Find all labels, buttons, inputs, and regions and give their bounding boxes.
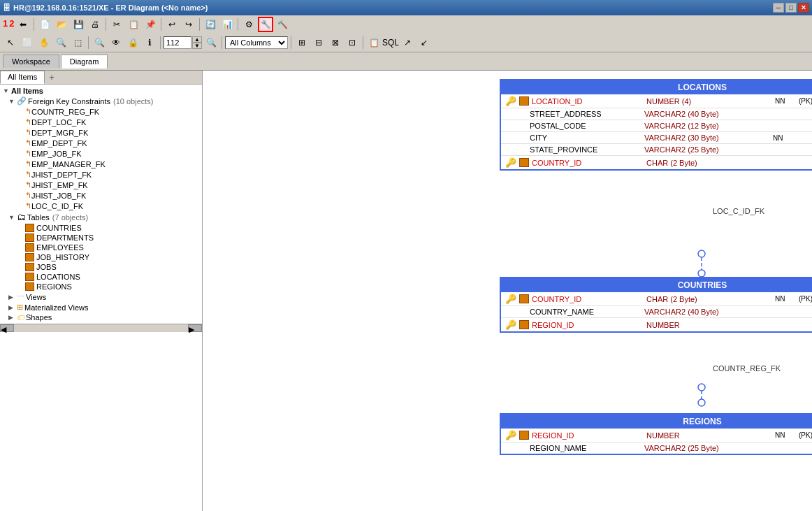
cut-button[interactable]: ✂ [109,17,124,32]
sidebar-item-tables[interactable]: ▼ 🗂 Tables (7 objects) [0,211,202,223]
sidebar-item-jhist-job-fk[interactable]: ↰ JHIST_JOB_FK [0,190,202,201]
sql-button[interactable]: SQL [383,35,398,50]
sidebar-item-regions[interactable]: REGIONS [0,282,202,292]
sidebar-item-dept-mgr-fk[interactable]: ↰ DEPT_MGR_FK [0,127,202,138]
copy-button[interactable]: 📋 [126,17,141,32]
save-button[interactable]: 💾 [71,17,86,32]
sidebar-item-emp-job-fk[interactable]: ↰ EMP_JOB_FK [0,148,202,159]
sidebar-item-emp-dept-fk[interactable]: ↰ EMP_DEPT_FK [0,138,202,148]
col-state-name: STATE_PROVINCE [530,145,641,154]
regions-row-region-id: 🔑 REGION_ID NUMBER NN (PK) (IX1) [501,429,812,442]
fk-item7-label: JHIST_DEPT_FK [31,171,92,179]
locations-row-location-id: 🔑 LOCATION_ID NUMBER (4) NN (PK) (IX3) [501,94,812,108]
tool2-button[interactable]: 🔨 [275,17,290,32]
locations-row-street: STREET_ADDRESS VARCHAR2 (40 Byte) [501,108,812,120]
redo-button[interactable]: ↪ [181,17,196,32]
report-button[interactable]: 📋 [366,35,382,50]
sidebar-item-shapes[interactable]: ▶ 🏷 Shapes [0,312,202,322]
distribute-button[interactable]: ⊠ [328,35,343,50]
zoom-fit[interactable]: 🔍 [203,35,219,50]
fk-item10-label: LOC_C_ID_FK [31,202,83,210]
print-button[interactable]: 🖨 [87,17,103,32]
col-country-id-loc-name: COUNTRY_ID [532,159,644,167]
fk-icon9: ↰ [25,191,31,200]
lock-button[interactable]: 🔒 [125,35,140,50]
open-button[interactable]: 📂 [54,17,69,32]
maximize-button[interactable]: □ [785,3,797,13]
select-tool[interactable]: ⬜ [20,35,35,50]
layout-button[interactable]: ⊡ [345,35,360,50]
er-table-regions: REGIONS 🔑 REGION_ID NUMBER NN (PK) (IX1)… [500,413,812,455]
close-button[interactable]: ✕ [798,3,809,13]
minimize-button[interactable]: ─ [773,3,784,13]
find-button[interactable]: 🔍 [92,35,107,50]
views-icon: ⋯ [17,292,24,301]
fk-item3-label: DEPT_MGR_FK [31,129,88,137]
sidebar-item-loc-c-id-fk[interactable]: ↰ LOC_C_ID_FK [0,201,202,211]
export-button[interactable]: ↗ [400,35,415,50]
col-location-id-nn: NN [775,97,796,105]
sidebar-item-countr-reg-fk[interactable]: ↰ COUNTR_REG_FK [0,106,202,117]
diagram-button[interactable]: 📊 [219,17,235,32]
move-tool[interactable]: ✋ [36,35,52,50]
sidebar-item-countries[interactable]: COUNTRIES [0,223,202,233]
shapes-label: Shapes [26,313,52,322]
sidebar-tab-all-items[interactable]: All Items [0,71,45,84]
sidebar-item-views[interactable]: ▶ ⋯ Views [0,292,202,302]
table-grid-icon-employees [25,243,34,252]
sidebar-scrollbar[interactable]: ◀ ▶ [0,324,202,332]
sidebar-item-dept-loc-fk[interactable]: ↰ DEPT_LOC_FK [0,117,202,127]
sidebar-item-jhist-dept-fk[interactable]: ↰ JHIST_DEPT_FK [0,169,202,180]
zoom-input[interactable] [164,36,191,49]
table-icon-regions-region-id [519,431,529,440]
sidebar-tab-add[interactable]: + [45,71,59,84]
undo-button[interactable]: ↩ [164,17,180,32]
column-filter-select[interactable]: All Columns Key Columns No Columns [225,36,288,49]
scroll-left[interactable]: ◀ [0,324,14,332]
settings-button[interactable]: ⚙ [241,17,256,32]
er-table-countries: COUNTRIES 🔑 COUNTRY_ID CHAR (2 Byte) NN … [500,277,812,333]
back-button[interactable]: ⬅ [15,17,31,32]
sidebar-item-job-history[interactable]: JOB_HISTORY [0,252,202,262]
zoom-down[interactable]: ▼ [192,43,202,49]
lasso-tool[interactable]: ⬚ [70,35,85,50]
sidebar-item-emp-manager-fk[interactable]: ↰ EMP_MANAGER_FK [0,159,202,169]
marker-1: 1 [3,18,8,29]
sep10 [363,36,363,49]
sidebar-item-employees[interactable]: EMPLOYEES [0,243,202,252]
canvas-area[interactable]: LOCATIONS 🔑 LOCATION_ID NUMBER (4) NN (P… [203,71,812,511]
sidebar-item-fk-constraints[interactable]: ▼ 🔗 Foreign Key Constraints (10 objects) [0,96,202,106]
table-icon-region-id [519,320,529,329]
col-location-id-type: NUMBER (4) [646,97,772,106]
info-button[interactable]: ℹ [142,35,157,50]
grid-button[interactable]: ⊞ [294,35,310,50]
sidebar-tree: ▼ All Items ▼ 🔗 Foreign Key Constraints … [0,85,202,324]
align-button[interactable]: ⊟ [311,35,326,50]
zoom-tool[interactable]: 🔍 [53,35,68,50]
col-region-name-name: REGION_NAME [530,444,641,452]
regions-header: REGIONS [501,415,812,429]
pointer-tool[interactable]: ↖ [3,35,18,50]
sidebar-item-jobs[interactable]: JOBS [0,262,202,272]
table-icon-country-id [519,294,529,303]
scroll-right[interactable]: ▶ [188,324,202,332]
fk-icon3: ↰ [25,128,31,137]
tab-diagram[interactable]: Diagram [61,55,108,69]
sidebar-item-jhist-emp-fk[interactable]: ↰ JHIST_EMP_FK [0,180,202,190]
eye-button[interactable]: 👁 [108,35,124,50]
key-icon-region-id: 🔑 [505,319,516,330]
paste-button[interactable]: 📌 [143,17,158,32]
import-button[interactable]: ↙ [416,35,432,50]
sidebar-item-departments[interactable]: DEPARTMENTS [0,233,202,243]
tab-workspace[interactable]: Workspace [3,55,59,68]
refresh-button[interactable]: 🔄 [203,17,218,32]
key-icon-country-id: 🔑 [505,294,516,304]
zoom-up[interactable]: ▲ [192,36,202,43]
new-button[interactable]: 📄 [37,17,52,32]
sidebar-item-mat-views[interactable]: ▶ ⊞ Materialized Views [0,302,202,312]
active-tool-button[interactable]: 🔧 [258,17,273,32]
key-icon-location-id: 🔑 [505,96,516,106]
sidebar-item-locations[interactable]: LOCATIONS [0,272,202,282]
app-icon: 🗄 [3,3,10,12]
sidebar-item-all-items[interactable]: ▼ All Items [0,86,202,96]
